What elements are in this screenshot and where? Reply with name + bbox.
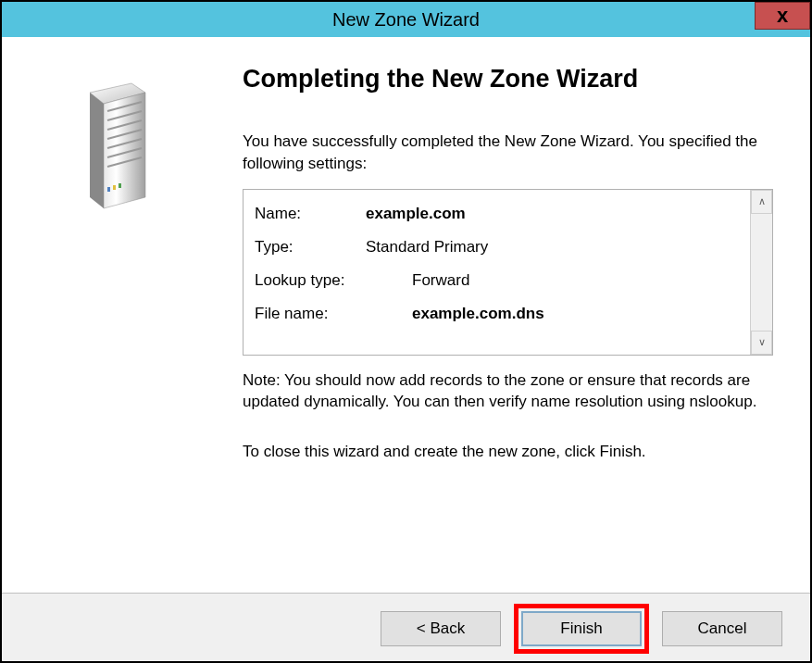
scrollbar[interactable]: ∧ ∨ bbox=[750, 190, 772, 355]
close-icon: x bbox=[777, 4, 788, 28]
close-button[interactable]: x bbox=[755, 2, 810, 30]
content-area: Completing the New Zone Wizard You have … bbox=[2, 37, 810, 593]
finish-highlight: Finish bbox=[514, 604, 649, 654]
chevron-down-icon: ∨ bbox=[758, 336, 766, 348]
main-panel: Completing the New Zone Wizard You have … bbox=[233, 37, 810, 593]
setting-row-name: Name: example.com bbox=[255, 197, 739, 231]
server-icon bbox=[76, 74, 159, 217]
setting-label: Type: bbox=[255, 238, 366, 256]
setting-label: Lookup type: bbox=[255, 271, 412, 290]
close-instruction: To close this wizard and create the new … bbox=[243, 441, 773, 463]
scroll-down-button[interactable]: ∨ bbox=[751, 331, 772, 355]
scroll-track[interactable] bbox=[751, 214, 772, 331]
button-bar: < Back Finish Cancel bbox=[2, 593, 810, 663]
setting-row-lookup: Lookup type: Forward bbox=[255, 264, 739, 297]
window-title: New Zone Wizard bbox=[332, 9, 480, 31]
svg-marker-1 bbox=[90, 93, 104, 208]
wizard-heading: Completing the New Zone Wizard bbox=[243, 65, 773, 94]
setting-value: example.com.dns bbox=[412, 305, 739, 323]
intro-text: You have successfully completed the New … bbox=[243, 131, 773, 175]
setting-label: File name: bbox=[255, 305, 412, 323]
svg-rect-11 bbox=[113, 185, 116, 190]
wizard-sidebar bbox=[2, 37, 233, 593]
note-text: Note: You should now add records to the … bbox=[243, 369, 773, 414]
svg-rect-10 bbox=[107, 187, 110, 192]
cancel-button[interactable]: Cancel bbox=[662, 611, 782, 646]
finish-button[interactable]: Finish bbox=[521, 611, 642, 646]
svg-rect-12 bbox=[119, 183, 121, 188]
titlebar: New Zone Wizard x bbox=[2, 2, 810, 37]
setting-value: example.com bbox=[366, 205, 739, 223]
setting-value: Standard Primary bbox=[366, 238, 739, 256]
setting-label: Name: bbox=[255, 205, 366, 223]
setting-value: Forward bbox=[412, 271, 739, 290]
chevron-up-icon: ∧ bbox=[758, 195, 766, 207]
setting-row-file: File name: example.com.dns bbox=[255, 297, 739, 331]
back-button[interactable]: < Back bbox=[381, 611, 501, 646]
settings-box: Name: example.com Type: Standard Primary… bbox=[243, 189, 773, 356]
setting-row-type: Type: Standard Primary bbox=[255, 231, 739, 264]
settings-list: Name: example.com Type: Standard Primary… bbox=[244, 190, 750, 355]
scroll-up-button[interactable]: ∧ bbox=[751, 190, 772, 214]
